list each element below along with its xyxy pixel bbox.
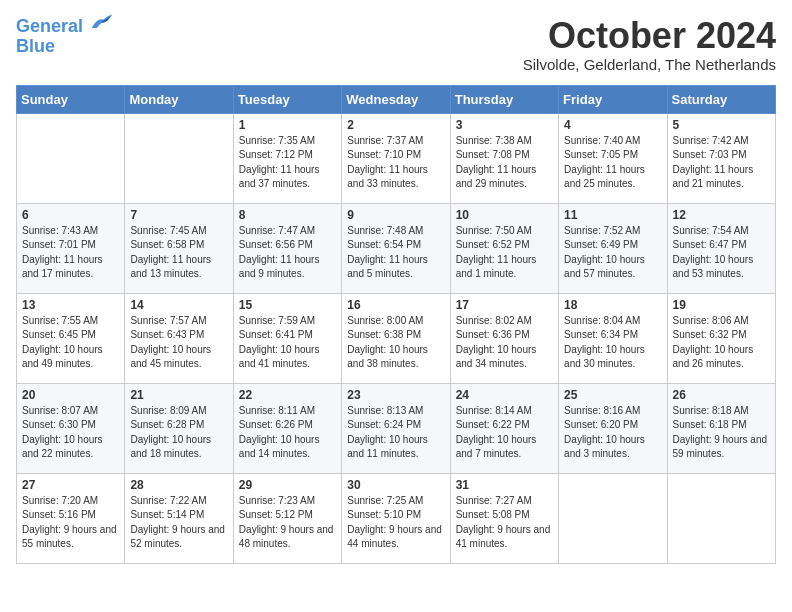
calendar-cell: 26Sunrise: 8:18 AMSunset: 6:18 PMDayligh…	[667, 383, 775, 473]
calendar-cell: 15Sunrise: 7:59 AMSunset: 6:41 PMDayligh…	[233, 293, 341, 383]
day-number: 12	[673, 208, 770, 222]
day-info: Sunrise: 8:07 AMSunset: 6:30 PMDaylight:…	[22, 404, 119, 462]
day-info: Sunrise: 7:47 AMSunset: 6:56 PMDaylight:…	[239, 224, 336, 282]
day-info: Sunrise: 7:52 AMSunset: 6:49 PMDaylight:…	[564, 224, 661, 282]
day-info: Sunrise: 7:54 AMSunset: 6:47 PMDaylight:…	[673, 224, 770, 282]
calendar-cell: 1Sunrise: 7:35 AMSunset: 7:12 PMDaylight…	[233, 113, 341, 203]
day-info: Sunrise: 8:11 AMSunset: 6:26 PMDaylight:…	[239, 404, 336, 462]
day-number: 4	[564, 118, 661, 132]
day-info: Sunrise: 7:38 AMSunset: 7:08 PMDaylight:…	[456, 134, 553, 192]
day-info: Sunrise: 8:16 AMSunset: 6:20 PMDaylight:…	[564, 404, 661, 462]
month-title: October 2024	[523, 16, 776, 56]
week-row-4: 20Sunrise: 8:07 AMSunset: 6:30 PMDayligh…	[17, 383, 776, 473]
col-header-tuesday: Tuesday	[233, 85, 341, 113]
day-info: Sunrise: 8:04 AMSunset: 6:34 PMDaylight:…	[564, 314, 661, 372]
day-info: Sunrise: 8:09 AMSunset: 6:28 PMDaylight:…	[130, 404, 227, 462]
day-number: 27	[22, 478, 119, 492]
day-info: Sunrise: 7:42 AMSunset: 7:03 PMDaylight:…	[673, 134, 770, 192]
logo-text: General	[16, 16, 114, 37]
week-row-3: 13Sunrise: 7:55 AMSunset: 6:45 PMDayligh…	[17, 293, 776, 383]
day-info: Sunrise: 7:27 AMSunset: 5:08 PMDaylight:…	[456, 494, 553, 552]
day-number: 18	[564, 298, 661, 312]
week-row-5: 27Sunrise: 7:20 AMSunset: 5:16 PMDayligh…	[17, 473, 776, 563]
col-header-monday: Monday	[125, 85, 233, 113]
day-info: Sunrise: 8:14 AMSunset: 6:22 PMDaylight:…	[456, 404, 553, 462]
calendar-cell: 7Sunrise: 7:45 AMSunset: 6:58 PMDaylight…	[125, 203, 233, 293]
day-info: Sunrise: 7:57 AMSunset: 6:43 PMDaylight:…	[130, 314, 227, 372]
calendar-cell: 8Sunrise: 7:47 AMSunset: 6:56 PMDaylight…	[233, 203, 341, 293]
col-header-friday: Friday	[559, 85, 667, 113]
day-number: 26	[673, 388, 770, 402]
day-info: Sunrise: 7:23 AMSunset: 5:12 PMDaylight:…	[239, 494, 336, 552]
calendar-cell: 5Sunrise: 7:42 AMSunset: 7:03 PMDaylight…	[667, 113, 775, 203]
day-number: 25	[564, 388, 661, 402]
day-number: 2	[347, 118, 444, 132]
calendar-cell: 31Sunrise: 7:27 AMSunset: 5:08 PMDayligh…	[450, 473, 558, 563]
calendar-cell: 23Sunrise: 8:13 AMSunset: 6:24 PMDayligh…	[342, 383, 450, 473]
day-info: Sunrise: 7:37 AMSunset: 7:10 PMDaylight:…	[347, 134, 444, 192]
day-number: 24	[456, 388, 553, 402]
calendar-cell: 28Sunrise: 7:22 AMSunset: 5:14 PMDayligh…	[125, 473, 233, 563]
day-info: Sunrise: 8:02 AMSunset: 6:36 PMDaylight:…	[456, 314, 553, 372]
calendar-cell: 25Sunrise: 8:16 AMSunset: 6:20 PMDayligh…	[559, 383, 667, 473]
day-info: Sunrise: 8:13 AMSunset: 6:24 PMDaylight:…	[347, 404, 444, 462]
logo-blue-text: Blue	[16, 37, 114, 57]
calendar-cell	[17, 113, 125, 203]
calendar-cell: 21Sunrise: 8:09 AMSunset: 6:28 PMDayligh…	[125, 383, 233, 473]
col-header-sunday: Sunday	[17, 85, 125, 113]
calendar-cell: 9Sunrise: 7:48 AMSunset: 6:54 PMDaylight…	[342, 203, 450, 293]
calendar-cell	[559, 473, 667, 563]
day-info: Sunrise: 8:06 AMSunset: 6:32 PMDaylight:…	[673, 314, 770, 372]
calendar-cell: 11Sunrise: 7:52 AMSunset: 6:49 PMDayligh…	[559, 203, 667, 293]
calendar-cell: 2Sunrise: 7:37 AMSunset: 7:10 PMDaylight…	[342, 113, 450, 203]
logo-bird-icon	[90, 12, 114, 32]
calendar-header-row: SundayMondayTuesdayWednesdayThursdayFrid…	[17, 85, 776, 113]
day-info: Sunrise: 7:20 AMSunset: 5:16 PMDaylight:…	[22, 494, 119, 552]
day-number: 29	[239, 478, 336, 492]
day-info: Sunrise: 7:59 AMSunset: 6:41 PMDaylight:…	[239, 314, 336, 372]
day-number: 22	[239, 388, 336, 402]
calendar-cell: 13Sunrise: 7:55 AMSunset: 6:45 PMDayligh…	[17, 293, 125, 383]
day-number: 14	[130, 298, 227, 312]
day-info: Sunrise: 7:48 AMSunset: 6:54 PMDaylight:…	[347, 224, 444, 282]
day-number: 19	[673, 298, 770, 312]
logo: General Blue	[16, 16, 114, 57]
calendar-cell: 20Sunrise: 8:07 AMSunset: 6:30 PMDayligh…	[17, 383, 125, 473]
day-number: 17	[456, 298, 553, 312]
week-row-2: 6Sunrise: 7:43 AMSunset: 7:01 PMDaylight…	[17, 203, 776, 293]
day-number: 10	[456, 208, 553, 222]
day-info: Sunrise: 7:45 AMSunset: 6:58 PMDaylight:…	[130, 224, 227, 282]
location-subtitle: Silvolde, Gelderland, The Netherlands	[523, 56, 776, 73]
title-block: October 2024 Silvolde, Gelderland, The N…	[523, 16, 776, 73]
calendar-cell	[667, 473, 775, 563]
day-number: 11	[564, 208, 661, 222]
col-header-saturday: Saturday	[667, 85, 775, 113]
calendar-cell: 19Sunrise: 8:06 AMSunset: 6:32 PMDayligh…	[667, 293, 775, 383]
day-number: 16	[347, 298, 444, 312]
day-number: 8	[239, 208, 336, 222]
day-number: 31	[456, 478, 553, 492]
calendar-cell: 14Sunrise: 7:57 AMSunset: 6:43 PMDayligh…	[125, 293, 233, 383]
day-info: Sunrise: 7:35 AMSunset: 7:12 PMDaylight:…	[239, 134, 336, 192]
day-info: Sunrise: 8:00 AMSunset: 6:38 PMDaylight:…	[347, 314, 444, 372]
day-info: Sunrise: 7:40 AMSunset: 7:05 PMDaylight:…	[564, 134, 661, 192]
col-header-wednesday: Wednesday	[342, 85, 450, 113]
day-info: Sunrise: 7:25 AMSunset: 5:10 PMDaylight:…	[347, 494, 444, 552]
day-number: 20	[22, 388, 119, 402]
calendar-cell: 10Sunrise: 7:50 AMSunset: 6:52 PMDayligh…	[450, 203, 558, 293]
day-number: 28	[130, 478, 227, 492]
day-number: 9	[347, 208, 444, 222]
day-info: Sunrise: 7:55 AMSunset: 6:45 PMDaylight:…	[22, 314, 119, 372]
day-number: 6	[22, 208, 119, 222]
calendar-cell: 27Sunrise: 7:20 AMSunset: 5:16 PMDayligh…	[17, 473, 125, 563]
col-header-thursday: Thursday	[450, 85, 558, 113]
day-number: 3	[456, 118, 553, 132]
calendar-cell: 22Sunrise: 8:11 AMSunset: 6:26 PMDayligh…	[233, 383, 341, 473]
day-info: Sunrise: 8:18 AMSunset: 6:18 PMDaylight:…	[673, 404, 770, 462]
day-info: Sunrise: 7:22 AMSunset: 5:14 PMDaylight:…	[130, 494, 227, 552]
calendar-cell: 3Sunrise: 7:38 AMSunset: 7:08 PMDaylight…	[450, 113, 558, 203]
day-info: Sunrise: 7:43 AMSunset: 7:01 PMDaylight:…	[22, 224, 119, 282]
calendar-cell: 18Sunrise: 8:04 AMSunset: 6:34 PMDayligh…	[559, 293, 667, 383]
page-header: General Blue October 2024 Silvolde, Geld…	[16, 16, 776, 73]
day-number: 7	[130, 208, 227, 222]
